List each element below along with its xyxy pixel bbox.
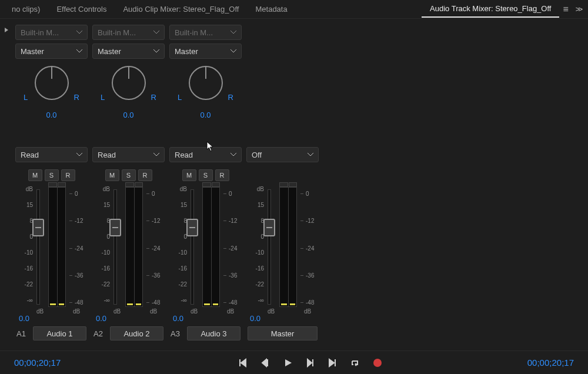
- track-name-field[interactable]: Audio 1: [33, 326, 86, 340]
- pan-control[interactable]: L R 0.0: [169, 62, 242, 128]
- automation-mode-dropdown[interactable]: Read: [15, 147, 88, 162]
- fader-handle[interactable]: [263, 219, 275, 236]
- peak-indicator[interactable]: [48, 182, 66, 187]
- mute-button[interactable]: M: [182, 169, 196, 181]
- pan-value[interactable]: 0.0: [15, 111, 88, 119]
- fader-rail[interactable]: [113, 189, 117, 305]
- msr-row: M S R: [169, 169, 242, 181]
- msr-row: M S R: [92, 169, 165, 181]
- output-assign-dropdown[interactable]: Master: [169, 44, 242, 59]
- pan-knob[interactable]: [112, 66, 146, 100]
- peak-indicator[interactable]: [279, 182, 297, 187]
- output-assign-dropdown[interactable]: Master: [15, 44, 88, 59]
- fader-handle[interactable]: [186, 219, 198, 236]
- mute-button[interactable]: M: [105, 169, 119, 181]
- db-label: dB: [268, 308, 275, 315]
- tab-metadata[interactable]: Metadata: [247, 1, 295, 17]
- track-name-field[interactable]: Audio 2: [110, 326, 163, 340]
- peak-indicator[interactable]: [202, 182, 220, 187]
- panel-menu-icon[interactable]: ≡: [559, 4, 572, 15]
- fader-meter-zone: dB 15 8 0 -10 -16 -22 -∞ 0 -12: [15, 186, 88, 314]
- track-id: A2: [93, 329, 106, 338]
- pan-knob[interactable]: [189, 66, 223, 100]
- fader-value[interactable]: 0.0: [246, 314, 319, 326]
- fader-value[interactable]: 0.0: [92, 314, 165, 326]
- track-id: A1: [16, 329, 29, 338]
- chevron-down-icon: [76, 153, 82, 156]
- record-button[interactable]: [372, 357, 383, 369]
- effect-slot-label: Built-in M...: [175, 28, 213, 37]
- overflow-chevron-icon[interactable]: >>: [572, 5, 584, 14]
- transport-controls: [238, 357, 383, 369]
- step-forward-button[interactable]: [305, 357, 316, 369]
- effect-slot-label: Built-in M...: [21, 28, 59, 37]
- automation-mode-dropdown[interactable]: Off: [246, 147, 319, 162]
- play-button[interactable]: [282, 357, 294, 369]
- fader-meter-zone: dB1580-10-16-22-∞ 0-12-24-36-48 dB dB: [169, 186, 242, 314]
- fader-rail[interactable]: [268, 189, 271, 305]
- chevron-down-icon: [230, 49, 236, 53]
- effect-slot-dropdown[interactable]: Built-in M...: [169, 25, 242, 40]
- go-to-out-point-button[interactable]: [327, 357, 339, 369]
- automation-mode-label: Off: [252, 151, 262, 159]
- peak-indicator[interactable]: [125, 182, 143, 187]
- transport-bar: 00;00;20;17 00;00;20;17: [0, 350, 588, 374]
- track-id: A3: [171, 329, 183, 338]
- pan-right-label: R: [228, 93, 233, 102]
- pan-control[interactable]: L R 0.0: [15, 62, 88, 128]
- level-meter: [125, 187, 143, 307]
- tab-source-noclips[interactable]: no clips): [4, 1, 48, 17]
- track-name-field[interactable]: Audio 3: [187, 326, 240, 340]
- output-assign-dropdown[interactable]: Master: [92, 44, 165, 59]
- fader-value[interactable]: 0.0: [169, 314, 242, 326]
- db-label: dB: [191, 308, 198, 315]
- chevron-down-icon: [230, 31, 236, 34]
- fader-meter-zone: dB1580-10-16-22-∞ 0-12-24-36-48 dB dB: [246, 186, 319, 314]
- db-label: dB: [150, 308, 157, 315]
- timecode-duration[interactable]: 00;00;20;17: [383, 358, 574, 368]
- tab-effect-controls[interactable]: Effect Controls: [48, 1, 115, 17]
- tracks-row: Built-in M... Master L R 0.0 Read M S: [13, 21, 321, 340]
- level-meter: [48, 187, 66, 307]
- fader-scale: dB1580-10-16-22-∞: [95, 186, 110, 303]
- pan-value[interactable]: 0.0: [169, 111, 242, 119]
- tab-audio-clip-mixer[interactable]: Audio Clip Mixer: Stereo_Flag_Off: [115, 1, 247, 17]
- mute-button[interactable]: M: [28, 169, 42, 181]
- automation-mode-label: Read: [175, 151, 193, 159]
- fader-meter-zone: dB1580-10-16-22-∞ 0-12-24-36-48 dB dB: [92, 186, 165, 314]
- output-assign-label: Master: [175, 47, 198, 56]
- pan-right-label: R: [151, 93, 156, 102]
- automation-mode-dropdown[interactable]: Read: [92, 147, 165, 162]
- go-to-in-point-button[interactable]: [238, 357, 249, 369]
- meter-scale: 0-12-24-36-48: [146, 186, 164, 306]
- fader-rail[interactable]: [191, 189, 194, 305]
- step-back-button[interactable]: [260, 357, 272, 369]
- solo-button[interactable]: S: [199, 169, 213, 181]
- track-name-field[interactable]: Master: [248, 326, 318, 340]
- pan-knob[interactable]: [35, 66, 69, 100]
- fader-value[interactable]: 0.0: [15, 314, 88, 326]
- solo-button[interactable]: S: [45, 169, 59, 181]
- effect-slot-dropdown[interactable]: Built-in M...: [15, 25, 88, 40]
- solo-button[interactable]: S: [122, 169, 136, 181]
- chevron-down-icon: [308, 153, 313, 156]
- record-enable-button[interactable]: R: [215, 169, 229, 181]
- fader-rail[interactable]: [36, 189, 40, 305]
- db-label: dB: [36, 308, 44, 315]
- record-enable-button[interactable]: R: [138, 169, 152, 181]
- effects-rack-toggle[interactable]: [0, 21, 13, 34]
- loop-button[interactable]: [349, 357, 361, 369]
- pan-value[interactable]: 0.0: [92, 111, 165, 119]
- panel-tab-bar: no clips) Effect Controls Audio Clip Mix…: [0, 0, 588, 19]
- tab-audio-track-mixer[interactable]: Audio Track Mixer: Stereo_Flag_Off: [422, 1, 559, 18]
- db-label: dB: [227, 308, 234, 315]
- pan-control[interactable]: L R 0.0: [92, 62, 165, 128]
- record-enable-button[interactable]: R: [61, 169, 75, 181]
- fader-handle[interactable]: [32, 219, 44, 236]
- timecode-current[interactable]: 00;00;20;17: [14, 358, 238, 368]
- fader-scale: dB 15 8 0 -10 -16 -22 -∞: [18, 186, 33, 303]
- chevron-down-icon: [76, 31, 82, 34]
- effect-slot-dropdown[interactable]: Built-in M...: [92, 25, 165, 40]
- fader-handle[interactable]: [109, 219, 121, 236]
- track-a3: Built-in M... Master L R 0.0 Read M S: [167, 21, 244, 340]
